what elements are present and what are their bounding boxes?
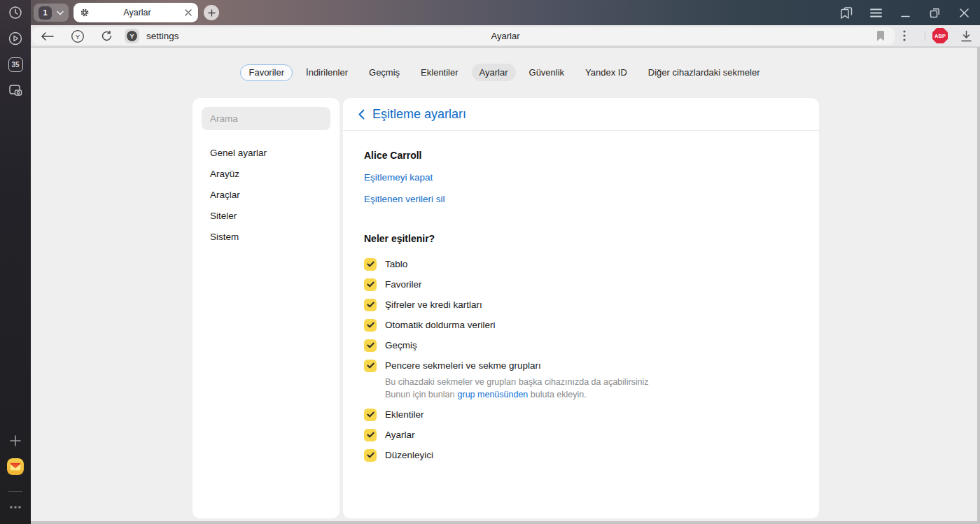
checkbox-check-icon [367,362,374,369]
checkbox-eklentiler[interactable] [364,409,377,421]
sync-row-tablo: Tablo [364,254,798,274]
checkbox-favoriler[interactable] [364,278,377,291]
checkbox-ayarlar[interactable] [364,429,377,441]
disable-sync-link[interactable]: Eşitlemeyi kapat [364,172,433,183]
new-tab-plus-icon [208,9,216,17]
nav-tab-gecmis[interactable]: Geçmiş [361,64,407,81]
refresh-icon[interactable] [101,30,113,42]
sync-settings-body: Alice Carroll Eşitlemeyi kapat Eşitlenen… [343,131,819,465]
tab-strip: 1 Ayarlar [31,0,980,25]
restore-icon[interactable] [927,6,941,20]
delete-synced-data-link[interactable]: Eşitlenen verileri sil [364,194,445,204]
checkbox-duzenleyici[interactable] [364,449,377,462]
page-title: Eşitleme ayarları [372,107,466,122]
sync-item-label: Favoriler [385,279,422,290]
download-icon[interactable] [958,25,974,46]
site-favicon: Y [125,29,139,43]
sync-item-label: Şifreler ve kredi kartları [385,299,482,310]
toolbar: Y Y settings Ayarlar [31,25,980,47]
description-line2-suffix: buluta ekleyin. [528,390,586,399]
sidebar-item-genel-ayarlar[interactable]: Genel ayarlar [192,142,340,163]
checkbox-check-icon [367,452,374,458]
checkbox-tablo[interactable] [364,258,377,271]
history-clock-icon[interactable] [7,4,24,21]
kebab-icon[interactable] [897,25,911,46]
nav-tab-eklentiler[interactable]: Eklentiler [413,64,465,81]
window-controls [839,6,980,20]
sync-item-description: Bu cihazdaki sekmeler ve grupları başka … [385,376,798,401]
close-window-icon[interactable] [957,6,971,20]
nav-tab-indirilenler[interactable]: İndirilenler [298,64,356,81]
settings-page: Favoriler İndirilenler Geçmiş Eklentiler… [31,48,977,521]
checkbox-check-icon [367,281,374,288]
url-text[interactable]: settings [146,31,179,41]
browser-window: 35 [0,0,980,524]
checkbox-check-icon [367,342,374,348]
nav-tab-yandex-id[interactable]: Yandex ID [578,64,635,81]
sidebar-item-arayuz[interactable]: Arayüz [192,163,340,184]
description-line2-prefix: Bunun için bunları [385,390,458,399]
panels-icon[interactable] [839,6,853,20]
sidebar-item-siteler[interactable]: Siteler [192,205,340,226]
search-input[interactable] [202,107,330,130]
more-dots-icon[interactable] [7,499,24,516]
nav-tab-favoriler[interactable]: Favoriler [240,64,293,81]
minimize-icon[interactable] [898,6,912,20]
nav-tab-diger-cihazlar[interactable]: Diğer cihazlardaki sekmeler [640,64,768,81]
tab-title: Ayarlar [90,8,185,17]
checkbox-check-icon [367,322,374,328]
rail-divider [8,491,22,492]
yandex-mail-icon[interactable] [7,458,24,475]
svg-text:Y: Y [76,32,80,40]
sync-row-duzenleyici: Düzenleyici [364,445,798,465]
sync-settings-header: Eşitleme ayarları [343,98,819,131]
group-menu-link[interactable]: grup menüsünden [458,390,528,399]
nav-tab-ayarlar[interactable]: Ayarlar [472,64,516,81]
sync-item-label: Otomatik doldurma verileri [385,320,496,330]
checkbox-check-icon [367,432,374,438]
site-favicon-letter: Y [127,31,137,41]
checkbox-otomatik-doldurma[interactable] [364,319,377,332]
checkbox-check-icon [367,411,374,418]
back-chevron-icon[interactable] [355,106,368,122]
left-rail: 35 [0,0,31,524]
abp-badge-icon[interactable]: ABP [931,25,949,46]
sync-item-label: Düzenleyici [385,450,433,460]
menu-icon[interactable] [869,6,883,20]
tab-counter-value: 35 [8,57,23,72]
page-center-title: Ayarlar [491,31,520,41]
sync-item-label: Ayarlar [385,430,415,440]
sidebar-item-sistem[interactable]: Sistem [192,226,340,247]
tab-group-count: 1 [38,6,52,20]
description-line1: Bu cihazdaki sekmeler ve grupları başka … [385,377,649,387]
sidebar-item-araclar[interactable]: Araçlar [192,184,340,205]
checkbox-pencere-sekmeleri[interactable] [364,360,377,372]
checkbox-sifreler[interactable] [364,299,377,311]
sync-row-eklentiler: Eklentiler [364,404,798,425]
sidebar-items: Genel ayarlar Arayüz Araçlar Siteler Sis… [192,142,340,247]
screenshot-icon[interactable] [7,82,24,99]
chevron-down-icon [57,10,64,15]
checkbox-gecmis[interactable] [364,339,377,352]
section-title: Neler eşitlenir? [364,233,798,244]
sync-row-ayarlar: Ayarlar [364,425,798,445]
gear-icon [80,8,90,17]
yandex-home-icon[interactable]: Y [71,29,85,43]
tab-counter-icon[interactable]: 35 [7,56,24,73]
active-tab[interactable]: Ayarlar [74,3,198,22]
back-arrow-icon[interactable] [41,32,54,41]
tab-group-chip[interactable]: 1 [34,3,69,22]
bookmark-flag-icon[interactable] [876,31,885,44]
url-bar[interactable]: Y Y settings [32,27,895,45]
toolbar-divider [925,31,925,41]
sync-item-label: Pencere sekmeleri ve sekme grupları [385,360,541,371]
new-tab-button[interactable] [204,5,219,20]
checkbox-check-icon [367,302,374,308]
close-icon[interactable] [185,9,192,16]
sync-row-sifreler: Şifreler ve kredi kartları [364,295,798,315]
sync-item-label: Tablo [385,259,407,269]
plus-icon[interactable] [7,432,24,449]
play-circle-icon[interactable] [7,30,24,47]
nav-tab-guvenlik[interactable]: Güvenlik [522,64,573,81]
checkbox-check-icon [367,261,374,267]
